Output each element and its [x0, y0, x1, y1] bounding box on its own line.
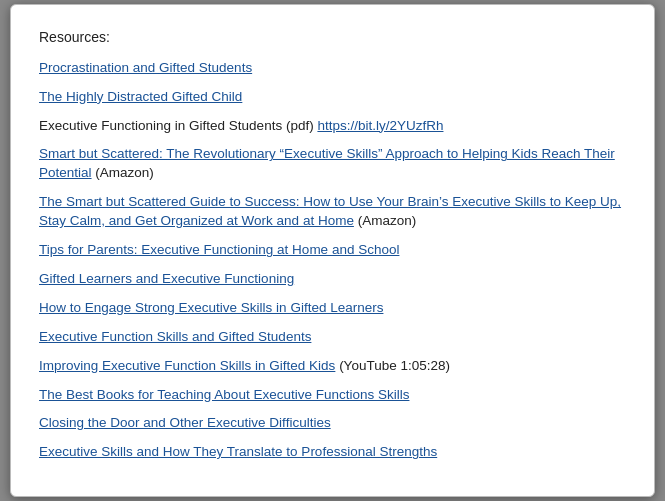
link-engage-strong[interactable]: How to Engage Strong Executive Skills in… [39, 300, 383, 315]
item-suffix: (Amazon) [92, 165, 154, 180]
list-item: The Best Books for Teaching About Execut… [39, 386, 626, 405]
link-exec-function-gifted[interactable]: Executive Function Skills and Gifted Stu… [39, 329, 311, 344]
list-item: Smart but Scattered: The Revolutionary “… [39, 145, 626, 183]
item-suffix: (YouTube 1:05:28) [335, 358, 450, 373]
item-suffix: (Amazon) [354, 213, 416, 228]
list-item: Tips for Parents: Executive Functioning … [39, 241, 626, 260]
link-highly-distracted[interactable]: The Highly Distracted Gifted Child [39, 89, 242, 104]
list-item: How to Engage Strong Executive Skills in… [39, 299, 626, 318]
list-item: The Smart but Scattered Guide to Success… [39, 193, 626, 231]
list-item: Executive Skills and How They Translate … [39, 443, 626, 462]
list-item: Executive Functioning in Gifted Students… [39, 117, 626, 136]
resources-window: Resources: Procrastination and Gifted St… [10, 4, 655, 497]
link-improving-exec[interactable]: Improving Executive Function Skills in G… [39, 358, 335, 373]
list-item: The Highly Distracted Gifted Child [39, 88, 626, 107]
link-tips-parents[interactable]: Tips for Parents: Executive Functioning … [39, 242, 399, 257]
list-item: Gifted Learners and Executive Functionin… [39, 270, 626, 289]
list-item: Executive Function Skills and Gifted Stu… [39, 328, 626, 347]
list-item: Closing the Door and Other Executive Dif… [39, 414, 626, 433]
link-smart-scattered-guide[interactable]: The Smart but Scattered Guide to Success… [39, 194, 621, 228]
list-item: Improving Executive Function Skills in G… [39, 357, 626, 376]
link-gifted-learners[interactable]: Gifted Learners and Executive Functionin… [39, 271, 294, 286]
link-procrastination[interactable]: Procrastination and Gifted Students [39, 60, 252, 75]
resources-heading: Resources: [39, 29, 626, 45]
list-item: Procrastination and Gifted Students [39, 59, 626, 78]
item-prefix: Executive Functioning in Gifted Students… [39, 118, 317, 133]
link-exec-skills-professional[interactable]: Executive Skills and How They Translate … [39, 444, 437, 459]
link-best-books[interactable]: The Best Books for Teaching About Execut… [39, 387, 409, 402]
link-exec-functioning-pdf[interactable]: https://bit.ly/2YUzfRh [317, 118, 443, 133]
link-closing-door[interactable]: Closing the Door and Other Executive Dif… [39, 415, 331, 430]
